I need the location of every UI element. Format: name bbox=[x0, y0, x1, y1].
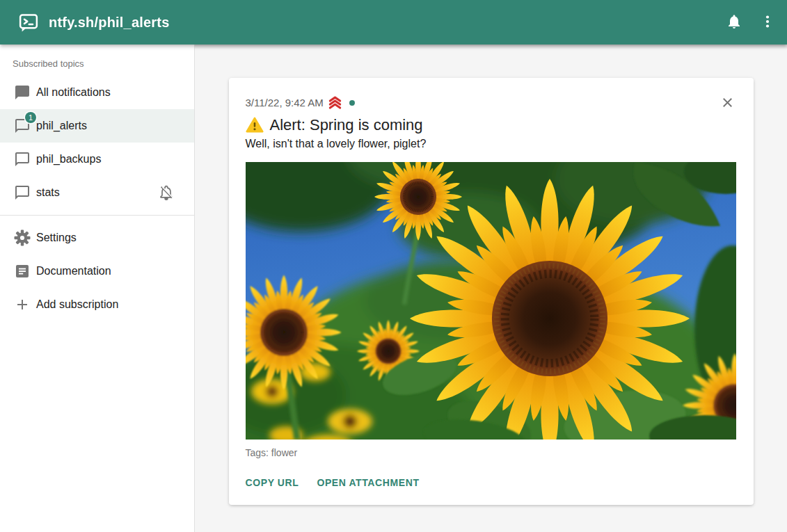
unread-indicator-dot bbox=[349, 100, 355, 106]
overflow-menu-button[interactable] bbox=[751, 6, 784, 39]
notification-title: Alert: Spring is coming bbox=[270, 116, 423, 134]
sidebar-item-label: phil_alerts bbox=[36, 120, 87, 132]
sidebar-item-stats[interactable]: stats bbox=[0, 176, 194, 209]
article-icon bbox=[14, 263, 31, 280]
notification-title-row: Alert: Spring is coming bbox=[246, 116, 737, 134]
plus-icon bbox=[14, 296, 31, 313]
sidebar-item-label: phil_backups bbox=[36, 153, 101, 166]
notification-card: 3/11/22, 9:42 AM bbox=[229, 78, 754, 505]
close-notification-button[interactable] bbox=[719, 95, 737, 113]
kebab-menu-icon bbox=[759, 13, 776, 32]
chat-outline-icon: 1 bbox=[14, 118, 31, 134]
main-content: 3/11/22, 9:42 AM bbox=[195, 45, 787, 532]
attachment-image-sunflowers[interactable] bbox=[246, 162, 736, 440]
sidebar-divider bbox=[0, 215, 194, 216]
app-logo-terminal-chat-icon bbox=[18, 12, 39, 33]
chat-outline-icon bbox=[14, 184, 31, 201]
timestamp: 3/11/22, 9:42 AM bbox=[246, 97, 324, 108]
sidebar-item-phil-backups[interactable]: phil_backups bbox=[0, 143, 194, 176]
sidebar-item-settings[interactable]: Settings bbox=[0, 221, 194, 255]
sidebar-item-label: Settings bbox=[36, 232, 77, 244]
tags-text: Tags: flower bbox=[246, 447, 737, 458]
sidebar-item-label: Add subscription bbox=[36, 298, 118, 311]
sidebar-item-documentation[interactable]: Documentation bbox=[0, 255, 194, 288]
sidebar-item-phil-alerts[interactable]: 1 phil_alerts bbox=[0, 109, 194, 143]
sidebar-item-label: Documentation bbox=[36, 265, 111, 277]
open-attachment-button[interactable]: OPEN ATTACHMENT bbox=[317, 476, 419, 490]
notification-message: Well, isn't that a lovely flower, piglet… bbox=[246, 138, 737, 150]
close-icon bbox=[720, 102, 736, 113]
subscribed-topics-label: Subscribed topics bbox=[0, 58, 194, 76]
gear-icon bbox=[14, 229, 31, 246]
notifications-button[interactable] bbox=[717, 6, 751, 39]
sidebar-item-label: All notifications bbox=[36, 86, 111, 99]
warning-triangle-icon bbox=[246, 116, 264, 134]
bell-off-icon bbox=[158, 184, 175, 201]
bell-icon bbox=[726, 13, 742, 32]
chat-outline-icon bbox=[14, 151, 31, 168]
sidebar-item-label: stats bbox=[36, 186, 60, 199]
app-bar: ntfy.sh/phil_alerts bbox=[0, 0, 787, 45]
copy-url-button[interactable]: COPY URL bbox=[246, 476, 299, 490]
chat-filled-icon bbox=[14, 84, 31, 101]
app-title: ntfy.sh/phil_alerts bbox=[49, 15, 717, 31]
sidebar-item-all-notifications[interactable]: All notifications bbox=[0, 76, 194, 109]
sidebar: Subscribed topics All notifications 1 ph… bbox=[0, 45, 195, 532]
sidebar-item-add-subscription[interactable]: Add subscription bbox=[0, 288, 194, 321]
priority-max-icon bbox=[327, 95, 343, 111]
unread-count-badge: 1 bbox=[25, 112, 36, 123]
